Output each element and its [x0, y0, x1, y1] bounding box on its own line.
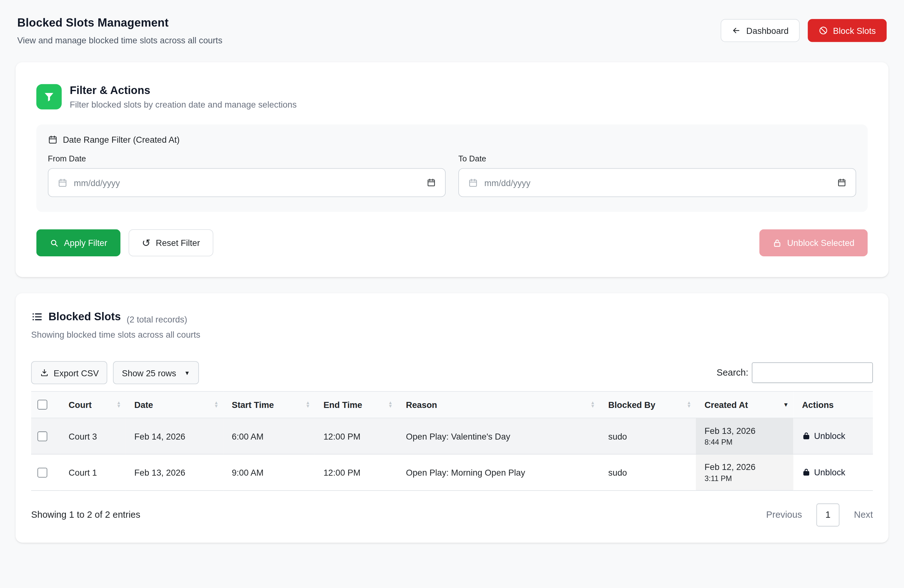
blocked-by-cell: sudo	[600, 454, 696, 490]
date-range-grid: From Date mm/dd/yyyy To Date	[48, 154, 856, 197]
column-label: Actions	[802, 400, 834, 410]
unblock-selected-button[interactable]: Unblock Selected	[760, 229, 868, 256]
end-time-cell: 12:00 PM	[315, 454, 397, 490]
blocked-slots-card: Blocked Slots (2 total records) Showing …	[16, 293, 888, 542]
to-date-input[interactable]: mm/dd/yyyy	[458, 168, 856, 197]
page-size-label: Show 25 rows	[122, 368, 176, 378]
column-label: Start Time	[232, 400, 274, 410]
from-date-placeholder: mm/dd/yyyy	[74, 178, 120, 188]
export-csv-button[interactable]: Export CSV	[31, 361, 107, 384]
column-label: Date	[134, 400, 153, 410]
search-label: Search:	[716, 367, 748, 378]
filter-card-header: Filter & Actions Filter blocked slots by…	[36, 84, 868, 109]
block-slots-button[interactable]: Block Slots	[808, 19, 887, 42]
apply-filter-label: Apply Filter	[64, 238, 107, 248]
column-header-reason[interactable]: Reason ▲▼	[397, 391, 600, 418]
dashboard-button[interactable]: Dashboard	[721, 19, 800, 42]
date-picker-icon[interactable]	[837, 178, 846, 187]
total-records-note: (2 total records)	[127, 315, 187, 325]
to-date-field-group: To Date mm/dd/yyyy	[458, 154, 856, 197]
column-header-court[interactable]: Court ▲▼	[60, 391, 126, 418]
row-select-cell	[31, 418, 60, 454]
page-size-select[interactable]: Show 25 rows ▼	[113, 361, 199, 384]
created-time: 3:11 PM	[705, 474, 787, 482]
reason-cell: Open Play: Valentine's Day	[397, 418, 600, 454]
funnel-icon	[43, 91, 55, 102]
unblock-selected-label: Unblock Selected	[787, 238, 854, 248]
created-at-cell: Feb 13, 2026 8:44 PM	[696, 418, 793, 454]
unblock-button[interactable]: Unblock	[802, 467, 846, 477]
table-body: Court 3 Feb 14, 2026 6:00 AM 12:00 PM Op…	[31, 418, 872, 490]
page-title: Blocked Slots Management	[17, 16, 223, 30]
blocked-slots-title: Blocked Slots	[49, 311, 121, 323]
search-input[interactable]	[752, 363, 873, 383]
page-1-button[interactable]: 1	[817, 503, 840, 527]
download-icon	[40, 368, 49, 377]
column-label: Created At	[705, 400, 748, 410]
blocked-slots-subtitle: Showing blocked time slots across all co…	[31, 329, 872, 339]
blocked-by-cell: sudo	[600, 418, 696, 454]
page-header-text: Blocked Slots Management View and manage…	[17, 16, 223, 45]
ban-icon	[819, 26, 828, 35]
date-range-panel: Date Range Filter (Created At) From Date…	[36, 125, 868, 212]
created-time: 8:44 PM	[705, 438, 787, 446]
start-time-cell: 9:00 AM	[223, 454, 315, 490]
sort-icons: ▲▼	[214, 401, 218, 408]
column-header-created-at[interactable]: Created At ▲▼	[696, 391, 793, 418]
to-date-placeholder: mm/dd/yyyy	[484, 178, 531, 188]
column-label: Reason	[406, 400, 437, 410]
date-picker-icon[interactable]	[427, 178, 436, 187]
calendar-icon	[58, 178, 68, 188]
table-row: Court 3 Feb 14, 2026 6:00 AM 12:00 PM Op…	[31, 418, 872, 454]
pagination: Previous 1 Next	[766, 503, 873, 527]
row-checkbox[interactable]	[37, 467, 47, 477]
page: Blocked Slots Management View and manage…	[0, 0, 904, 588]
created-date: Feb 12, 2026	[705, 462, 787, 472]
reset-filter-label: Reset Filter	[156, 238, 200, 248]
column-header-date[interactable]: Date ▲▼	[126, 391, 223, 418]
filter-actions-row: Apply Filter ↺ Reset Filter Unblock Sele…	[36, 229, 868, 256]
arrow-left-icon	[732, 26, 741, 35]
chevron-down-icon: ▼	[184, 370, 190, 376]
filter-icon-tile	[36, 84, 62, 109]
sort-icons: ▲▼	[306, 401, 310, 408]
created-at-cell: Feb 12, 2026 3:11 PM	[696, 454, 793, 490]
column-label: Court	[69, 400, 92, 410]
sort-icons: ▲▼	[590, 401, 595, 408]
from-date-label: From Date	[48, 154, 446, 163]
column-header-blocked-by[interactable]: Blocked By ▲▼	[600, 391, 696, 418]
previous-page-button[interactable]: Previous	[766, 510, 802, 520]
table-header: Court ▲▼ Date ▲▼ Start Time ▲▼ End Time …	[31, 391, 872, 418]
row-select-cell	[31, 454, 60, 490]
select-all-checkbox[interactable]	[37, 400, 47, 410]
from-date-input[interactable]: mm/dd/yyyy	[48, 168, 446, 197]
date-range-title: Date Range Filter (Created At)	[63, 135, 180, 145]
actions-cell: Unblock	[793, 454, 873, 490]
filter-card-title: Filter & Actions	[70, 84, 297, 97]
reset-filter-button[interactable]: ↺ Reset Filter	[129, 229, 213, 256]
blocked-slots-header: Blocked Slots (2 total records)	[31, 311, 872, 325]
lock-icon	[802, 467, 811, 476]
row-checkbox[interactable]	[37, 431, 47, 441]
search-icon	[50, 238, 59, 247]
column-header-start-time[interactable]: Start Time ▲▼	[223, 391, 315, 418]
filter-card-subtitle: Filter blocked slots by creation date an…	[70, 100, 297, 109]
date-cell: Feb 13, 2026	[126, 454, 223, 490]
blocked-slots-table: Court ▲▼ Date ▲▼ Start Time ▲▼ End Time …	[31, 391, 872, 491]
select-all-header-cell	[31, 391, 60, 418]
sort-icons: ▲▼	[687, 401, 691, 408]
next-page-button[interactable]: Next	[854, 510, 873, 520]
unblock-button[interactable]: Unblock	[802, 431, 846, 440]
export-csv-label: Export CSV	[54, 368, 99, 378]
end-time-cell: 12:00 PM	[315, 418, 397, 454]
start-time-cell: 6:00 AM	[223, 418, 315, 454]
calendar-icon	[468, 178, 478, 188]
apply-filter-button[interactable]: Apply Filter	[36, 229, 121, 256]
page-header: Blocked Slots Management View and manage…	[16, 16, 888, 45]
sort-icons: ▲▼	[388, 401, 392, 408]
sort-icons: ▲▼	[117, 401, 121, 408]
column-header-end-time[interactable]: End Time ▲▼	[315, 391, 397, 418]
date-cell: Feb 14, 2026	[126, 418, 223, 454]
to-date-label: To Date	[458, 154, 856, 163]
list-icon	[31, 311, 43, 323]
